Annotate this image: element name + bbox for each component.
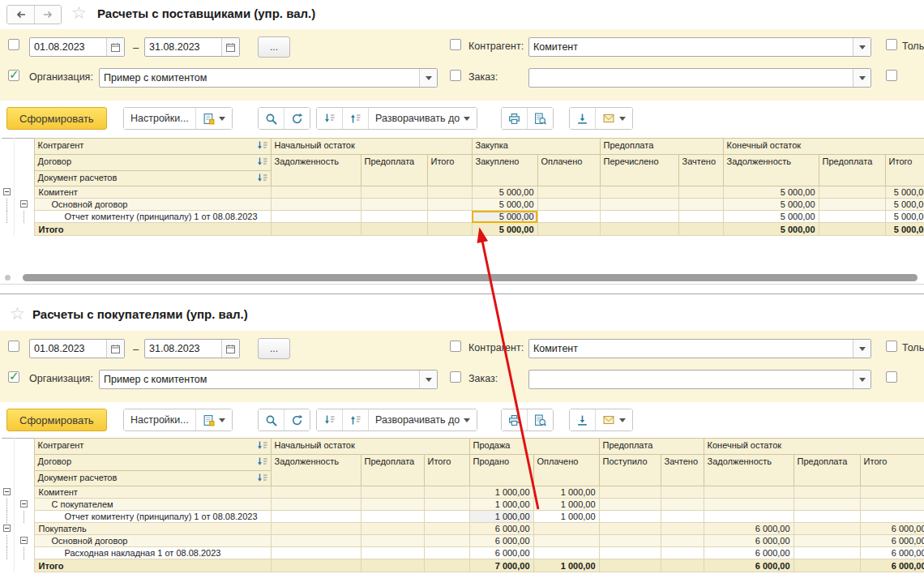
cell[interactable] [599, 535, 661, 547]
report-variant-button[interactable] [195, 409, 232, 430]
cell[interactable]: 5 000,00 [723, 186, 819, 199]
expand-to-button[interactable]: Разворачивать до [368, 108, 477, 129]
favorite-star-icon[interactable] [10, 305, 28, 323]
cell[interactable] [537, 223, 600, 236]
row-label[interactable]: Комитент [34, 486, 271, 499]
settings-button[interactable]: Настройки... [124, 409, 195, 430]
cell[interactable] [537, 211, 600, 223]
cell[interactable] [271, 211, 361, 223]
cell[interactable] [599, 511, 661, 523]
cell[interactable] [361, 499, 424, 511]
cell[interactable] [361, 211, 427, 223]
cell[interactable] [533, 535, 599, 547]
calendar-icon[interactable] [106, 38, 124, 56]
cell[interactable]: 5 000,00 [723, 211, 819, 223]
date-from-field[interactable]: 01.08.2023 [29, 37, 125, 57]
cell[interactable] [424, 523, 469, 535]
cell[interactable] [661, 499, 704, 511]
cell[interactable]: 5 000,00 [885, 186, 924, 199]
row-label[interactable]: Комитент [34, 186, 271, 199]
only-checkbox[interactable] [886, 341, 897, 352]
cell[interactable] [661, 547, 704, 559]
order-combo[interactable] [528, 370, 871, 389]
row-label[interactable]: Отчет комитенту (принципалу) 1 от 08.08.… [34, 211, 271, 223]
report-variant-button[interactable] [195, 108, 232, 129]
forward-button[interactable] [34, 6, 61, 24]
selected-cell[interactable]: 5 000,00 [472, 211, 537, 223]
cell[interactable] [600, 186, 678, 199]
expand-rows-button[interactable] [342, 108, 368, 129]
cell[interactable]: 6 000,00 [704, 559, 794, 572]
cell[interactable] [533, 523, 599, 535]
cell[interactable] [537, 199, 600, 211]
print-preview-button[interactable] [527, 409, 553, 430]
cell[interactable] [599, 499, 661, 511]
row-label[interactable]: Основной договор [34, 535, 271, 547]
cell[interactable] [424, 499, 469, 511]
cell[interactable]: 5 000,00 [723, 199, 819, 211]
cell[interactable]: 6 000,00 [704, 523, 794, 535]
organization-value[interactable]: Пример с комитентом [100, 374, 419, 385]
collapse-expander-icon[interactable] [20, 537, 28, 544]
cell[interactable] [599, 523, 661, 535]
settings-button[interactable]: Настройки... [124, 108, 195, 129]
cell[interactable] [860, 511, 924, 523]
row-label[interactable]: Основной договор [34, 199, 271, 211]
cell[interactable] [661, 486, 704, 499]
only-checkbox[interactable] [886, 39, 897, 50]
favorite-star-icon[interactable] [71, 4, 89, 22]
collapse-expander-icon[interactable] [20, 200, 28, 208]
expand-to-button[interactable]: Разворачивать до [368, 409, 477, 430]
cell[interactable] [600, 199, 678, 211]
cell[interactable] [704, 486, 794, 499]
cell[interactable]: 7 000,00 [469, 559, 533, 572]
cell[interactable]: 6 000,00 [469, 535, 533, 547]
cell[interactable] [271, 486, 361, 499]
organization-combo[interactable]: Пример с комитентом [99, 370, 438, 389]
cell[interactable] [271, 199, 361, 211]
cell[interactable] [537, 186, 600, 199]
cell[interactable] [794, 486, 860, 499]
cell[interactable]: 1 000,00 [469, 486, 533, 499]
calendar-icon[interactable] [221, 340, 239, 358]
chevron-down-icon[interactable] [853, 38, 871, 56]
row-label[interactable]: Отчет комитенту (принципалу) 1 от 08.08.… [34, 511, 271, 523]
cell[interactable] [271, 511, 361, 523]
chevron-down-icon[interactable] [419, 69, 437, 87]
cell[interactable]: 6 000,00 [704, 547, 794, 559]
cell[interactable] [361, 523, 424, 535]
cell[interactable] [533, 547, 599, 559]
cell[interactable] [860, 486, 924, 499]
cell[interactable]: 1 000,00 [533, 486, 599, 499]
refresh-button[interactable] [284, 108, 310, 129]
date-from-field[interactable]: 01.08.2023 [29, 339, 125, 358]
date-from-value[interactable]: 01.08.2023 [30, 41, 106, 53]
counterparty-combo[interactable]: Комитент [528, 339, 871, 358]
collapse-expander-icon[interactable] [20, 500, 28, 508]
cell[interactable] [361, 199, 427, 211]
cell[interactable] [704, 511, 794, 523]
cell[interactable]: 6 000,00 [469, 547, 533, 559]
cell[interactable] [678, 199, 723, 211]
generate-button[interactable]: Сформировать [6, 107, 107, 130]
print-preview-button[interactable] [527, 108, 553, 129]
scrollbar-thumb[interactable] [23, 274, 918, 281]
print-button[interactable] [502, 108, 527, 129]
organization-combo[interactable]: Пример с комитентом [99, 68, 438, 88]
cell[interactable] [361, 535, 424, 547]
cell[interactable]: 6 000,00 [860, 523, 924, 535]
period-checkbox[interactable] [8, 341, 19, 352]
period-checkbox[interactable] [8, 39, 19, 50]
send-mail-button[interactable] [595, 409, 632, 430]
sort-icon[interactable] [257, 141, 267, 153]
send-mail-button[interactable] [595, 108, 632, 129]
cell[interactable] [427, 199, 472, 211]
cell[interactable] [661, 523, 704, 535]
cell[interactable] [661, 535, 704, 547]
cell[interactable] [361, 511, 424, 523]
cell[interactable] [661, 559, 704, 572]
cell[interactable] [599, 486, 661, 499]
cell[interactable]: 5 000,00 [885, 199, 924, 211]
counterparty-value[interactable]: Комитент [529, 343, 853, 354]
column-header-contract[interactable]: Договор [34, 454, 271, 470]
